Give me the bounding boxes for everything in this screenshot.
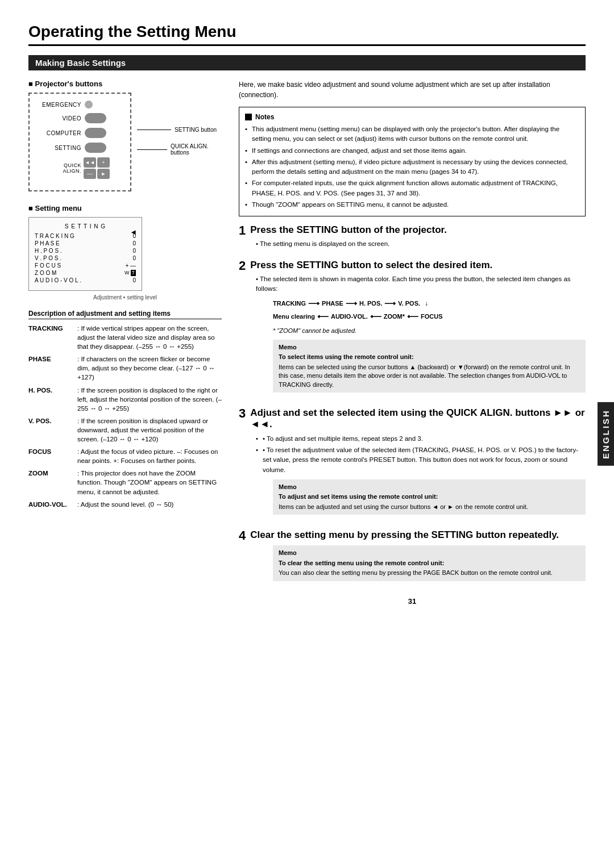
- desc-row: H. POS.: If the screen position is displ…: [28, 386, 222, 413]
- step-4: 4Clear the setting menu by pressing the …: [239, 529, 586, 586]
- desc-row: AUDIO-VOL.: Adjust the sound level. (0 ↔…: [28, 500, 222, 509]
- notes-item: After this adjustment (setting menu), if…: [245, 157, 579, 177]
- section-header: Making Basic Settings: [28, 55, 586, 70]
- desc-section: Description of adjustment and setting it…: [28, 310, 222, 509]
- intro-text: Here, we make basic video adjustment and…: [239, 80, 586, 100]
- computer-btn: [85, 128, 106, 138]
- desc-row: V. POS.: If the screen position is displ…: [28, 416, 222, 444]
- page-title: Operating the Setting Menu: [28, 23, 586, 46]
- notes-item: If settings and connections are changed,…: [245, 146, 579, 156]
- emergency-btn: [85, 101, 93, 108]
- page-number: 31: [239, 597, 586, 606]
- notes-item: For computer-related inputs, use the qui…: [245, 178, 579, 198]
- setting-menu-title: Setting menu: [28, 204, 222, 212]
- quick-align-label: QUICK ALIGN. buttons: [171, 143, 222, 156]
- setting-button-label: SETTING button: [175, 127, 217, 133]
- desc-section-title: Description of adjustment and setting it…: [28, 310, 222, 319]
- desc-row: PHASE: If characters on the screen flick…: [28, 354, 222, 382]
- setting-menu-diagram: S E T T I N G ◄ T R A C K I N G0 P H A S…: [28, 217, 142, 291]
- right-column: Here, we make basic video adjustment and…: [239, 80, 586, 606]
- projector-buttons-title: Projector's buttons: [28, 80, 222, 88]
- step-1: 1Press the SETTING button of the project…: [239, 224, 586, 249]
- projector-diagram: EMERGENCY VIDEO COMPUTER SETTING: [28, 93, 131, 191]
- video-btn: [85, 113, 106, 123]
- notes-header: Notes: [245, 112, 579, 122]
- notes-box: Notes This adjustment menu (setting menu…: [239, 107, 586, 216]
- desc-row: ZOOM: This projector does not have the Z…: [28, 469, 222, 496]
- english-sidebar: ENGLISH: [598, 402, 614, 466]
- step-2: 2Press the SETTING button to select the …: [239, 260, 586, 397]
- setting-btn: [85, 143, 106, 153]
- desc-row: FOCUS: Adjust the focus of video picture…: [28, 447, 222, 465]
- desc-row: TRACKING: If wide vertical stripes appea…: [28, 324, 222, 351]
- step-3: 3Adjust and set the selected item using …: [239, 407, 586, 519]
- adjustment-caption: Adjustment • setting level: [28, 294, 222, 301]
- notes-item: Though "ZOOM" appears on SETTING menu, i…: [245, 200, 579, 210]
- left-column: Projector's buttons EMERGENCY VIDEO COMP…: [28, 80, 222, 606]
- notes-item: This adjustment menu (setting menu) can …: [245, 124, 579, 144]
